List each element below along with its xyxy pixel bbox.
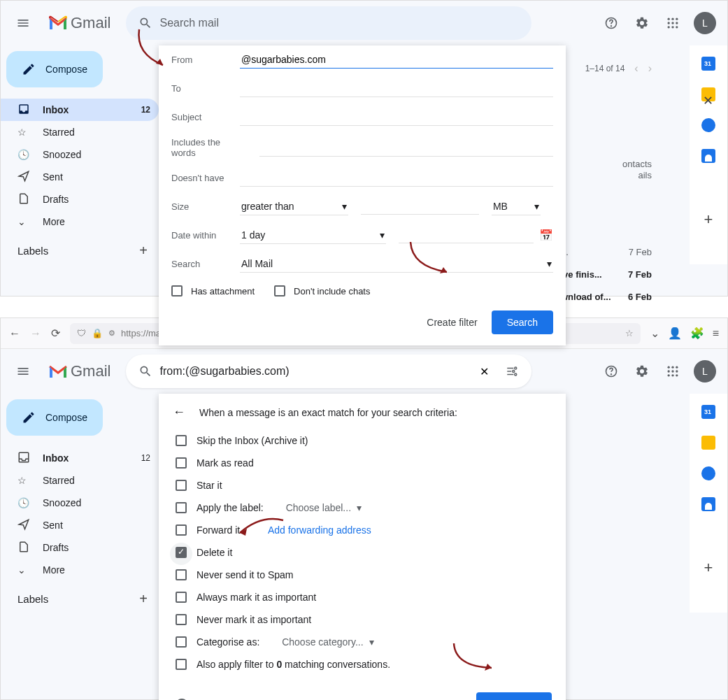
clear-search-icon[interactable]: ✕ — [470, 357, 498, 385]
gmail-logo[interactable]: Gmail — [45, 362, 110, 380]
inbox-icon — [17, 451, 31, 466]
search-icon[interactable] — [131, 357, 159, 385]
action-forward[interactable]: Forward it Add forwarding address — [173, 519, 552, 541]
mail-row-2[interactable]: 've finis...7 Feb — [561, 269, 652, 280]
browser-back-icon[interactable]: ← — [9, 327, 20, 340]
account-avatar[interactable]: L — [694, 360, 716, 383]
close-icon[interactable]: ✕ — [703, 93, 713, 108]
extensions-icon[interactable]: 🧩 — [690, 327, 704, 340]
search-scope-select[interactable]: All Mail▾ — [240, 255, 553, 273]
doesnt-input[interactable] — [240, 169, 553, 187]
apps-grid-icon[interactable] — [659, 9, 687, 37]
search-bar[interactable]: ✕ — [126, 355, 531, 388]
sidebar-item-inbox[interactable]: Inbox 12 — [1, 447, 159, 469]
mail-peek-1: ontacts — [622, 159, 652, 169]
search-options-icon[interactable] — [498, 357, 526, 385]
size-unit-select[interactable]: MB▾ — [492, 198, 541, 215]
mail-row-3[interactable]: wnload of...6 Feb — [561, 292, 652, 302]
mail-row-1[interactable]: ...7 Feb — [561, 247, 652, 257]
compose-button[interactable]: Compose — [6, 51, 103, 87]
browser-reload-icon[interactable]: ⟳ — [51, 327, 60, 340]
action-apply-label[interactable]: Apply the label: Choose label... ▾ — [173, 497, 552, 519]
add-app-icon[interactable]: + — [704, 559, 713, 577]
size-operator-select[interactable]: greater than▾ — [240, 198, 348, 215]
prev-page-icon[interactable]: ‹ — [634, 62, 638, 75]
action-always-important[interactable]: Always mark it as important — [173, 586, 552, 608]
date-range-select[interactable]: 1 day▾ — [240, 227, 386, 244]
action-never-spam[interactable]: Never send it to Spam — [173, 564, 552, 586]
subject-input[interactable] — [240, 108, 553, 126]
settings-gear-icon[interactable] — [628, 357, 656, 385]
permissions-icon[interactable]: ⚙ — [108, 329, 115, 338]
action-delete[interactable]: Delete it — [173, 541, 552, 564]
keep-app-icon[interactable] — [701, 436, 715, 450]
date-value-input[interactable] — [399, 228, 534, 243]
add-label-icon[interactable]: + — [139, 591, 148, 607]
sidebar-item-starred[interactable]: ☆Starred — [1, 469, 159, 492]
add-app-icon[interactable]: + — [704, 210, 713, 229]
tasks-app-icon[interactable] — [701, 466, 715, 480]
search-input[interactable] — [159, 17, 526, 29]
calendar-app-icon[interactable] — [701, 405, 715, 419]
browser-menu-icon[interactable]: ≡ — [713, 327, 719, 340]
add-forwarding-link[interactable]: Add forwarding address — [268, 524, 371, 536]
svg-point-13 — [515, 373, 517, 376]
dont-include-chats-checkbox[interactable]: Don't include chats — [274, 285, 370, 297]
has-attachment-checkbox[interactable]: Has attachment — [171, 285, 255, 297]
add-label-icon[interactable]: + — [139, 243, 148, 259]
mail-peek-2: ails — [638, 170, 652, 180]
choose-category-select[interactable]: Choose category... ▾ — [282, 636, 373, 648]
calendar-icon[interactable]: 📅 — [539, 229, 553, 242]
action-mark-read[interactable]: Mark as read — [173, 452, 552, 474]
sidebar-item-sent[interactable]: Sent — [1, 514, 159, 536]
size-value-input[interactable] — [361, 199, 479, 215]
pocket-icon[interactable]: ⌄ — [650, 327, 659, 340]
account-avatar[interactable]: L — [694, 12, 716, 34]
create-filter-button[interactable]: Create filter — [476, 692, 552, 700]
hamburger-menu-icon[interactable] — [6, 6, 40, 40]
tasks-app-icon[interactable] — [701, 118, 715, 132]
sidebar-item-drafts[interactable]: Drafts — [1, 188, 159, 210]
includes-input[interactable] — [259, 139, 553, 157]
calendar-app-icon[interactable] — [701, 57, 715, 71]
action-categorise[interactable]: Categorise as: Choose category... ▾ — [173, 631, 552, 653]
action-star[interactable]: Star it — [173, 474, 552, 497]
sidebar-item-drafts[interactable]: Drafts — [1, 536, 159, 559]
bookmark-star-icon[interactable]: ☆ — [625, 328, 634, 338]
settings-gear-icon[interactable] — [628, 9, 656, 37]
search-icon[interactable] — [131, 9, 159, 37]
account-icon[interactable]: 👤 — [668, 327, 682, 340]
from-input[interactable] — [240, 51, 553, 69]
lock-icon[interactable]: 🔒 — [92, 328, 103, 338]
sidebar-item-snoozed[interactable]: 🕓Snoozed — [1, 492, 159, 514]
contacts-app-icon[interactable] — [701, 497, 715, 511]
search-button[interactable]: Search — [492, 310, 553, 334]
search-input[interactable] — [159, 365, 470, 378]
gmail-logo[interactable]: Gmail — [45, 14, 110, 32]
next-page-icon[interactable]: › — [648, 62, 652, 75]
choose-label-select[interactable]: Choose label... ▾ — [286, 502, 362, 513]
compose-button[interactable]: Compose — [6, 399, 103, 436]
help-icon[interactable] — [597, 9, 625, 37]
back-arrow-icon[interactable]: ← — [173, 405, 185, 420]
action-never-important[interactable]: Never mark it as important — [173, 608, 552, 631]
to-input[interactable] — [240, 80, 553, 97]
contacts-app-icon[interactable] — [701, 149, 715, 163]
hamburger-menu-icon[interactable] — [6, 355, 40, 388]
action-also-apply[interactable]: Also apply filter to 0 matching conversa… — [173, 653, 552, 676]
help-icon[interactable] — [597, 357, 625, 385]
search-bar[interactable] — [126, 6, 531, 40]
apps-grid-icon[interactable] — [659, 357, 687, 385]
svg-point-24 — [676, 374, 678, 376]
shield-icon[interactable]: 🛡 — [77, 328, 86, 338]
sidebar-item-sent[interactable]: Sent — [1, 166, 159, 188]
sidebar-item-snoozed[interactable]: 🕓Snoozed — [1, 143, 159, 166]
sidebar-item-more[interactable]: ⌄More — [1, 210, 159, 233]
sidebar-item-more[interactable]: ⌄More — [1, 559, 159, 581]
create-filter-link[interactable]: Create filter — [427, 317, 477, 328]
browser-forward-icon[interactable]: → — [30, 327, 41, 340]
sidebar-item-inbox[interactable]: Inbox 12 — [1, 99, 159, 121]
action-skip-inbox[interactable]: Skip the Inbox (Archive it) — [173, 429, 552, 452]
svg-point-7 — [676, 22, 678, 24]
sidebar-item-starred[interactable]: ☆Starred — [1, 121, 159, 143]
